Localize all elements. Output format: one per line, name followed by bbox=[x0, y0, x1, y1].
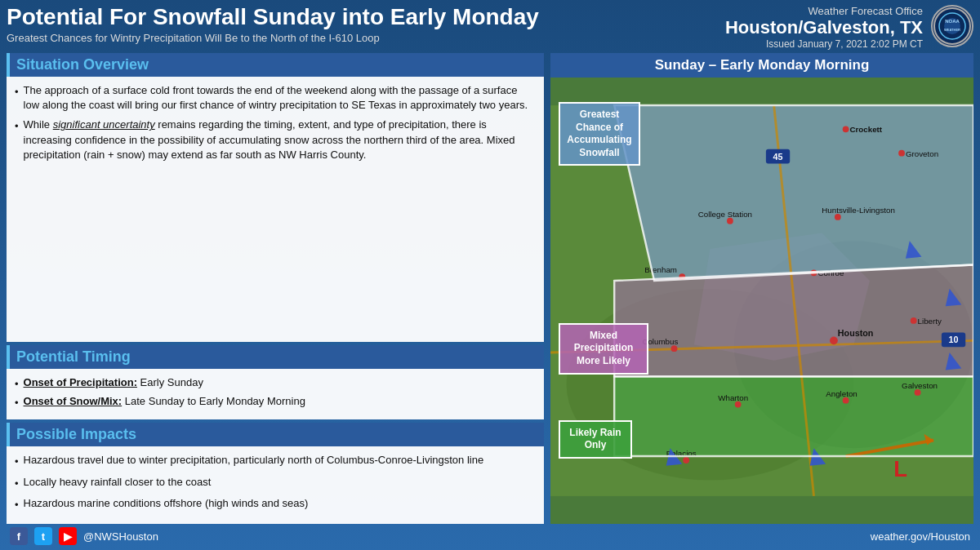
svg-point-31 bbox=[830, 336, 838, 344]
timing-text-2: Onset of Snow/Mix: Late Sunday to Early … bbox=[24, 394, 305, 409]
bullet-dot-2: • bbox=[15, 119, 19, 162]
situation-bullet-1: • The approach of a surface cold front t… bbox=[15, 83, 536, 113]
legend-mixed: Mixed Precipitation More Likely bbox=[559, 323, 648, 375]
timing-text-1: Onset of Precipitation: Early Sunday bbox=[24, 375, 203, 390]
svg-text:Crockett: Crockett bbox=[850, 125, 883, 134]
impacts-bullet-2: • Locally heavy rainfall closer to the c… bbox=[15, 475, 536, 491]
situation-title: Situation Overview bbox=[16, 56, 149, 73]
impacts-dot-3: • bbox=[15, 498, 19, 512]
situation-text-2-underline: significant uncertainty bbox=[53, 118, 155, 131]
svg-text:Galveston: Galveston bbox=[902, 381, 938, 390]
svg-point-29 bbox=[671, 345, 678, 352]
issued-text: Issued January 7, 2021 2:02 PM CT bbox=[725, 38, 923, 50]
header-right: Weather Forecast Office Houston/Galvesto… bbox=[725, 5, 973, 50]
svg-text:NOAA: NOAA bbox=[945, 19, 960, 24]
timing-item-2: • Onset of Snow/Mix: Late Sunday to Earl… bbox=[15, 394, 536, 410]
main-container: Potential For Snowfall Sunday into Early… bbox=[0, 0, 980, 550]
svg-point-37 bbox=[843, 397, 849, 404]
impacts-bullet-1: • Hazardous travel due to winter precipi… bbox=[15, 453, 536, 469]
impacts-text-3: Hazardous marine conditions offshore (hi… bbox=[24, 496, 309, 512]
svg-point-23 bbox=[727, 218, 733, 224]
timing-section: Potential Timing • Onset of Precipitatio… bbox=[7, 345, 544, 419]
header: Potential For Snowfall Sunday into Early… bbox=[7, 5, 973, 50]
facebook-icon[interactable]: f bbox=[10, 527, 28, 545]
svg-point-39 bbox=[915, 389, 921, 396]
timing-header: Potential Timing bbox=[7, 345, 544, 369]
svg-point-21 bbox=[835, 214, 841, 220]
legend-rain: Likely Rain Only bbox=[559, 420, 632, 459]
svg-point-33 bbox=[911, 317, 917, 324]
svg-text:45: 45 bbox=[773, 152, 783, 162]
twitter-icon[interactable]: t bbox=[34, 527, 52, 545]
timing-body: • Onset of Precipitation: Early Sunday •… bbox=[7, 369, 544, 419]
timing-label-2: Onset of Snow/Mix: bbox=[24, 395, 122, 407]
situation-section: Situation Overview • The approach of a s… bbox=[7, 53, 544, 342]
footer-left: f t ▶ @NWSHouston bbox=[10, 527, 158, 545]
svg-text:Huntsville-Livingston: Huntsville-Livingston bbox=[822, 206, 895, 215]
bullet-dot-1: • bbox=[15, 85, 19, 113]
svg-text:Groveton: Groveton bbox=[906, 149, 938, 158]
svg-point-17 bbox=[843, 126, 849, 132]
map-header-title: Sunday – Early Monday Morning bbox=[655, 57, 870, 73]
timing-value-1: Early Sunday bbox=[137, 376, 203, 388]
left-panel: Situation Overview • The approach of a s… bbox=[7, 53, 544, 524]
situation-bullet-2: • While significant uncertainty remains … bbox=[15, 118, 536, 162]
svg-text:10: 10 bbox=[949, 335, 959, 344]
situation-text-1: The approach of a surface cold front tow… bbox=[24, 83, 536, 113]
timing-dot-1: • bbox=[15, 377, 19, 392]
footer-website: weather.gov/Houston bbox=[871, 530, 970, 543]
svg-text:Angleton: Angleton bbox=[826, 389, 858, 398]
right-panel: Sunday – Early Monday Morning bbox=[550, 53, 973, 524]
svg-text:College Station: College Station bbox=[698, 210, 752, 219]
impacts-title: Possible Impacts bbox=[16, 426, 136, 443]
office-name: Houston/Galveston, TX bbox=[725, 17, 923, 38]
svg-text:Brenham: Brenham bbox=[644, 265, 677, 274]
timing-dot-2: • bbox=[15, 396, 19, 410]
main-title: Potential For Snowfall Sunday into Early… bbox=[7, 5, 725, 30]
svg-text:L: L bbox=[893, 456, 907, 481]
timing-title: Potential Timing bbox=[16, 348, 131, 366]
impacts-text-2: Locally heavy rainfall closer to the coa… bbox=[24, 475, 212, 491]
impacts-header: Possible Impacts bbox=[7, 423, 544, 446]
impacts-dot-1: • bbox=[15, 455, 19, 469]
situation-text-2-pre: While bbox=[24, 118, 53, 131]
impacts-section: Possible Impacts • Hazardous travel due … bbox=[7, 423, 544, 524]
timing-value-2: Late Sunday to Early Monday Morning bbox=[122, 395, 305, 407]
svg-text:Liberty: Liberty bbox=[918, 317, 942, 326]
svg-text:Wharton: Wharton bbox=[718, 393, 748, 402]
legend-snow: Greatest Chance of Accumulating Snowfall bbox=[559, 102, 640, 166]
svg-point-41 bbox=[683, 457, 689, 464]
header-right-text: Weather Forecast Office Houston/Galvesto… bbox=[725, 5, 923, 50]
situation-text-2: While significant uncertainty remains re… bbox=[24, 118, 536, 162]
impacts-text-1: Hazardous travel due to winter precipita… bbox=[24, 453, 484, 469]
impacts-body: • Hazardous travel due to winter precipi… bbox=[7, 446, 544, 524]
subtitle: Greatest Chances for Wintry Precipitatio… bbox=[7, 32, 725, 44]
svg-text:Houston: Houston bbox=[838, 328, 874, 338]
situation-body: • The approach of a surface cold front t… bbox=[7, 77, 544, 342]
noaa-logo: NOAA WEATHER bbox=[931, 5, 973, 47]
map-header: Sunday – Early Monday Morning bbox=[550, 53, 973, 78]
impacts-bullet-3: • Hazardous marine conditions offshore (… bbox=[15, 496, 536, 512]
svg-point-35 bbox=[735, 401, 742, 408]
footer: f t ▶ @NWSHouston weather.gov/Houston bbox=[7, 524, 973, 545]
svg-text:WEATHER: WEATHER bbox=[944, 28, 960, 32]
content-row: Situation Overview • The approach of a s… bbox=[7, 53, 973, 524]
timing-label-1: Onset of Precipitation: bbox=[24, 376, 137, 388]
situation-header: Situation Overview bbox=[7, 53, 544, 77]
office-label: Weather Forecast Office bbox=[725, 5, 923, 17]
svg-point-19 bbox=[898, 150, 905, 157]
header-left: Potential For Snowfall Sunday into Early… bbox=[7, 5, 725, 44]
map-container: 45 10 Crockett Groveton Huntsville-Livin… bbox=[550, 78, 973, 524]
youtube-icon[interactable]: ▶ bbox=[59, 527, 77, 545]
timing-item-1: • Onset of Precipitation: Early Sunday bbox=[15, 375, 536, 392]
social-handle: @NWSHouston bbox=[83, 530, 158, 543]
impacts-dot-2: • bbox=[15, 477, 19, 491]
